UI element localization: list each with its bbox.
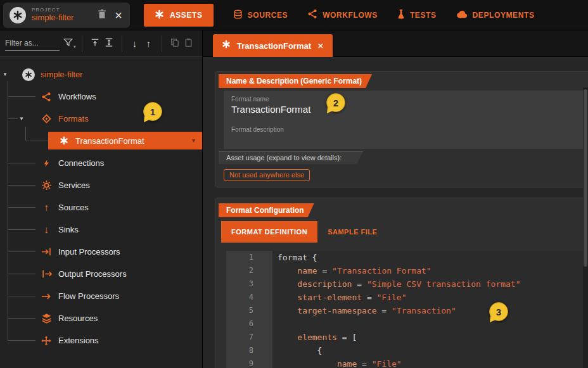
line-number: 1	[226, 251, 272, 264]
line-number: 5	[226, 304, 272, 317]
workflows-icon	[307, 9, 317, 21]
tree-root-project[interactable]: ▼ simple-filter	[0, 63, 202, 86]
extensions-icon	[41, 335, 52, 346]
source-arrow-up-icon: ↑	[41, 202, 52, 213]
sidebar-item-flow-processors[interactable]: Flow Processors	[0, 285, 202, 307]
sidebar-item-workflows[interactable]: Workflows	[0, 86, 202, 108]
toolbar-divider	[82, 35, 82, 52]
sidebar-item-formats[interactable]: ▼ Formats	[0, 108, 202, 130]
format-asterisk-icon	[58, 135, 70, 146]
code-text: target-namespace = "Transaction"	[272, 304, 588, 317]
copy-button[interactable]	[168, 37, 182, 51]
sidebar-item-sinks[interactable]: ↓ Sinks	[0, 219, 202, 241]
deployments-icon	[456, 10, 468, 20]
asset-tree: ▼ simple-filter Workflows ▼	[0, 63, 202, 368]
code-text: start-element = "File"	[272, 291, 588, 304]
close-project-button[interactable]: ×	[113, 8, 124, 23]
sidebar-item-label: Flow Processors	[58, 291, 119, 301]
sidebar-item-label: Connections	[58, 158, 104, 168]
tab-format-definition[interactable]: FORMAT DEFINITION	[221, 221, 317, 243]
project-chip: PROJECT simple-filter ×	[3, 3, 130, 28]
code-line: 7 elements = [	[226, 331, 588, 344]
close-icon: ×	[115, 9, 122, 22]
tests-icon	[397, 9, 405, 21]
resources-icon	[41, 313, 52, 324]
tree-root-label: simple-filter	[41, 70, 82, 79]
sidebar-item-transaction-format[interactable]: TransactionFormat ▼	[48, 132, 202, 149]
sidebar-item-connections[interactable]: Connections	[0, 152, 202, 174]
workflows-icon	[41, 91, 52, 103]
usage-status-badge: Not used anywhere else	[224, 169, 310, 181]
code-text: format {	[272, 251, 588, 264]
filter-input[interactable]	[5, 37, 60, 51]
sidebar-item-extensions[interactable]: Extensions	[0, 329, 202, 352]
code-text: name = "File"	[272, 357, 588, 368]
nav-deployments[interactable]: DEPLOYMENTS	[456, 10, 535, 20]
main-area: TransactionFormat × Name & Description (…	[203, 30, 588, 368]
line-number: 3	[226, 277, 272, 291]
scrollbar-thumb[interactable]	[584, 89, 587, 267]
format-name-field[interactable]: TransactionFormat	[231, 104, 588, 115]
code-editor[interactable]: 1format {2 name = "Transaction Format"3 …	[226, 251, 588, 368]
nav-assets-label: ASSETS	[170, 11, 203, 20]
paste-button[interactable]	[182, 37, 196, 51]
nav-workflows[interactable]: WORKFLOWS	[307, 9, 378, 21]
document-tab-bar: TransactionFormat ×	[203, 30, 588, 57]
line-number: 9	[226, 357, 272, 368]
code-text: elements = [	[272, 331, 588, 344]
arrow-down-icon: ↓	[132, 38, 137, 49]
sidebar-item-services[interactable]: Services	[0, 174, 202, 196]
tree-connector	[26, 141, 48, 141]
sidebar-filter-bar: ▾ ↓ ↑	[0, 30, 202, 57]
caret-down-icon[interactable]: ▼	[19, 116, 24, 122]
assets-icon	[155, 10, 164, 21]
arrow-up-icon: ↑	[146, 38, 151, 49]
line-number: 7	[226, 331, 272, 344]
code-line: 4 start-element = "File"	[226, 291, 588, 304]
code-line: 9 name = "File"	[226, 357, 588, 368]
sidebar-item-label: Formats	[58, 114, 89, 124]
collapse-rows-icon	[105, 38, 113, 49]
sidebar-item-input-processors[interactable]: Input Processors	[0, 241, 202, 263]
callout-badge-3: 3	[489, 302, 508, 321]
vertical-scrollbar[interactable]	[583, 87, 588, 368]
name-description-panel: Name & Description (Generic Format) Form…	[215, 71, 588, 187]
sidebar-item-output-processors[interactable]: Output Processors	[0, 263, 202, 285]
asset-usage-expander[interactable]: Asset usage (expand to view details):	[219, 151, 363, 164]
delete-project-button[interactable]	[96, 8, 108, 22]
collapse-rows-button[interactable]	[102, 37, 116, 51]
move-up-button[interactable]: ↑	[142, 37, 156, 51]
sidebar-item-sources[interactable]: ↑ Sources	[0, 196, 202, 219]
tab-transaction-format[interactable]: TransactionFormat ×	[213, 34, 333, 57]
expand-rows-button[interactable]	[88, 37, 102, 51]
format-name-form: Format name TransactionFormat Format des…	[224, 91, 588, 149]
code-text: description = "Simple CSV transaction fo…	[272, 277, 588, 291]
sidebar-item-label: Extensions	[58, 336, 99, 345]
nav-sources[interactable]: SOURCES	[233, 10, 288, 21]
sidebar-item-label: Resources	[58, 314, 98, 323]
paste-icon	[184, 38, 193, 49]
code-line: 3 description = "Simple CSV transaction …	[226, 277, 588, 291]
nav-assets[interactable]: ASSETS	[144, 4, 214, 27]
trash-icon	[98, 9, 106, 21]
nav-tests-label: TESTS	[410, 11, 437, 20]
chevron-down-icon: ▾	[74, 44, 76, 49]
code-line: 5 target-namespace = "Transaction"	[226, 304, 588, 317]
tab-close-button[interactable]: ×	[317, 41, 324, 51]
code-text	[272, 317, 588, 331]
caret-down-icon[interactable]: ▼	[3, 72, 8, 77]
format-configuration-panel: Format Configuration FORMAT DEFINITION S…	[215, 198, 588, 368]
line-number: 4	[226, 291, 272, 304]
item-menu-caret-icon[interactable]: ▼	[191, 137, 196, 144]
tab-sample-file[interactable]: SAMPLE FILE	[317, 221, 387, 243]
services-icon	[41, 180, 52, 191]
move-down-button[interactable]: ↓	[128, 37, 142, 51]
filter-options-button[interactable]: ▾	[63, 38, 76, 49]
copy-icon	[170, 38, 179, 49]
editor-content: Name & Description (Generic Format) Form…	[203, 57, 588, 368]
app-window: PROJECT simple-filter × ASSETS	[0, 0, 588, 368]
connections-icon	[41, 158, 52, 169]
sidebar-item-resources[interactable]: Resources	[0, 307, 202, 329]
flow-processor-icon	[41, 291, 52, 302]
nav-tests[interactable]: TESTS	[397, 9, 437, 21]
